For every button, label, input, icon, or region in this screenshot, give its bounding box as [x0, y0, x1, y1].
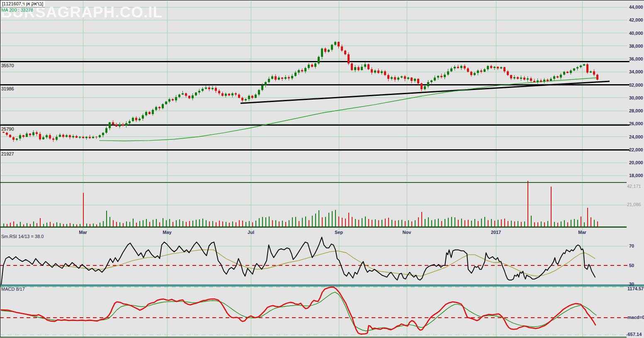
volume-bar: [100, 223, 100, 227]
candle-body: [139, 119, 141, 121]
candle-body: [324, 49, 326, 52]
volume-bar: [521, 222, 522, 227]
volume-bar: [481, 219, 482, 227]
month-label: Nov: [403, 230, 412, 235]
candle-body: [331, 45, 333, 50]
volume-bar: [299, 221, 299, 227]
candle-body: [430, 80, 433, 83]
candle-body: [75, 136, 78, 138]
candle-body: [596, 75, 598, 80]
candle-body: [26, 134, 28, 136]
chart-canvas: 44,00042,00040,00038,00036,00034,00032,0…: [0, 0, 644, 338]
volume-bar: [358, 220, 359, 227]
volume-bar: [106, 211, 107, 227]
candle-body: [278, 78, 280, 80]
volume-bar: [245, 222, 246, 227]
candle-body: [32, 132, 34, 136]
volume-bar: [362, 218, 362, 227]
volume-bar: [159, 222, 160, 227]
volume-bar: [123, 223, 124, 227]
volume-bar: [272, 220, 273, 227]
volume-bar: [292, 217, 293, 227]
volume-bar: [315, 214, 316, 227]
candle-body: [202, 89, 204, 91]
volume-bar: [431, 220, 432, 227]
candle-body: [9, 135, 11, 137]
candle-body: [328, 50, 330, 52]
volume-bar: [56, 222, 57, 227]
volume-bar: [328, 213, 329, 227]
volume-bar: [229, 223, 230, 227]
volume-bar: [60, 223, 61, 227]
volume-bar: [547, 221, 548, 227]
volume-bar: [222, 221, 223, 227]
candle-body: [52, 139, 54, 140]
candle-body: [99, 135, 101, 137]
candle-body: [248, 96, 250, 99]
candle-body: [367, 64, 369, 70]
candle-body: [480, 71, 482, 72]
candle-body: [374, 71, 376, 73]
candle-body: [152, 110, 154, 114]
volume-bar: [206, 220, 207, 227]
candle-body: [135, 118, 137, 120]
volume-bar: [395, 221, 396, 227]
volume-bar: [232, 221, 233, 227]
candle-body: [92, 137, 94, 138]
macd-zero-label: macd=0: [627, 315, 644, 320]
volume-bar: [182, 221, 183, 227]
candle-body: [115, 124, 117, 126]
volume-bar: [405, 221, 406, 227]
candle-body: [487, 66, 489, 69]
candle-body: [182, 93, 184, 95]
candle-body: [377, 71, 379, 73]
candle-body: [563, 72, 565, 74]
candle-body: [566, 72, 569, 73]
candle-body: [308, 65, 310, 68]
volume-bar: [375, 219, 376, 227]
volume-bar: [498, 220, 498, 227]
candle-body: [158, 107, 160, 108]
volume-bar: [557, 223, 558, 227]
volume-bar: [458, 220, 459, 227]
candle-body: [172, 99, 174, 100]
candle-body: [311, 65, 313, 67]
volume-bar: [189, 221, 190, 227]
volume-bar: [445, 219, 445, 227]
candle-body: [192, 95, 194, 99]
volume-bar: [295, 217, 296, 227]
candle-body: [314, 63, 316, 67]
candle-body: [208, 88, 210, 90]
candle-body: [195, 92, 197, 95]
candle-body: [168, 99, 170, 102]
volume-bar: [501, 219, 502, 227]
volume-bar: [103, 221, 104, 227]
candle-body: [341, 46, 343, 50]
candle-body: [142, 115, 144, 119]
support-level-label: 31986: [1, 86, 14, 91]
candle-body: [513, 77, 515, 78]
volume-bar: [179, 219, 180, 227]
volume-bar: [139, 221, 140, 227]
candle-body: [109, 122, 111, 128]
candle-body: [39, 134, 41, 139]
volume-bar: [212, 221, 213, 227]
instrument-title[interactable]: [בראק אן וי,1121607]: [0, 1, 45, 7]
macd-min-label: -657.14: [626, 332, 642, 337]
volume-bar: [355, 219, 356, 227]
volume-bar: [438, 219, 439, 227]
candle-body: [318, 57, 320, 63]
volume-bar: [325, 217, 326, 227]
volume-bar: [478, 221, 479, 227]
candle-body: [251, 96, 253, 98]
candle-body: [510, 75, 512, 78]
price-tick-label: 30,000: [629, 95, 643, 100]
volume-bar: [265, 217, 266, 227]
candle-body: [79, 137, 81, 138]
volume-bar: [348, 213, 349, 227]
volume-bar: [421, 212, 422, 227]
candle-body: [550, 79, 552, 81]
candle-body: [12, 137, 15, 140]
volume-bar: [50, 222, 51, 227]
candle-body: [281, 78, 283, 79]
